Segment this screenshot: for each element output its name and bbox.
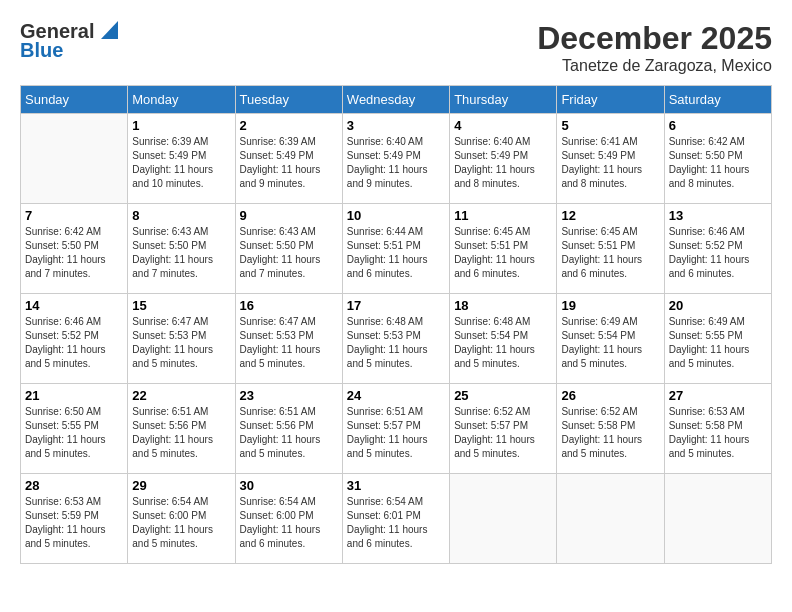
calendar-day-cell: 20Sunrise: 6:49 AM Sunset: 5:55 PM Dayli…	[664, 294, 771, 384]
calendar-day-header: Saturday	[664, 86, 771, 114]
day-info: Sunrise: 6:51 AM Sunset: 5:57 PM Dayligh…	[347, 405, 445, 461]
day-info: Sunrise: 6:39 AM Sunset: 5:49 PM Dayligh…	[132, 135, 230, 191]
calendar-week-row: 28Sunrise: 6:53 AM Sunset: 5:59 PM Dayli…	[21, 474, 772, 564]
calendar-day-cell: 11Sunrise: 6:45 AM Sunset: 5:51 PM Dayli…	[450, 204, 557, 294]
calendar-day-header: Wednesday	[342, 86, 449, 114]
day-number: 13	[669, 208, 767, 223]
calendar-day-cell: 2Sunrise: 6:39 AM Sunset: 5:49 PM Daylig…	[235, 114, 342, 204]
calendar-day-cell: 15Sunrise: 6:47 AM Sunset: 5:53 PM Dayli…	[128, 294, 235, 384]
day-number: 25	[454, 388, 552, 403]
day-number: 15	[132, 298, 230, 313]
day-number: 3	[347, 118, 445, 133]
calendar-day-cell: 14Sunrise: 6:46 AM Sunset: 5:52 PM Dayli…	[21, 294, 128, 384]
day-number: 29	[132, 478, 230, 493]
day-info: Sunrise: 6:49 AM Sunset: 5:54 PM Dayligh…	[561, 315, 659, 371]
calendar-day-cell	[21, 114, 128, 204]
month-title: December 2025	[537, 20, 772, 57]
day-number: 19	[561, 298, 659, 313]
day-info: Sunrise: 6:51 AM Sunset: 5:56 PM Dayligh…	[240, 405, 338, 461]
day-info: Sunrise: 6:44 AM Sunset: 5:51 PM Dayligh…	[347, 225, 445, 281]
calendar-week-row: 21Sunrise: 6:50 AM Sunset: 5:55 PM Dayli…	[21, 384, 772, 474]
calendar-day-cell: 26Sunrise: 6:52 AM Sunset: 5:58 PM Dayli…	[557, 384, 664, 474]
calendar-day-cell: 9Sunrise: 6:43 AM Sunset: 5:50 PM Daylig…	[235, 204, 342, 294]
logo: General Blue	[20, 20, 118, 62]
day-info: Sunrise: 6:52 AM Sunset: 5:58 PM Dayligh…	[561, 405, 659, 461]
day-info: Sunrise: 6:46 AM Sunset: 5:52 PM Dayligh…	[669, 225, 767, 281]
calendar-day-cell: 22Sunrise: 6:51 AM Sunset: 5:56 PM Dayli…	[128, 384, 235, 474]
calendar-day-cell: 30Sunrise: 6:54 AM Sunset: 6:00 PM Dayli…	[235, 474, 342, 564]
day-info: Sunrise: 6:53 AM Sunset: 5:58 PM Dayligh…	[669, 405, 767, 461]
day-info: Sunrise: 6:45 AM Sunset: 5:51 PM Dayligh…	[454, 225, 552, 281]
day-info: Sunrise: 6:40 AM Sunset: 5:49 PM Dayligh…	[454, 135, 552, 191]
logo-icon	[96, 21, 118, 43]
calendar-day-cell: 18Sunrise: 6:48 AM Sunset: 5:54 PM Dayli…	[450, 294, 557, 384]
calendar-day-cell: 25Sunrise: 6:52 AM Sunset: 5:57 PM Dayli…	[450, 384, 557, 474]
calendar-day-header: Thursday	[450, 86, 557, 114]
day-info: Sunrise: 6:39 AM Sunset: 5:49 PM Dayligh…	[240, 135, 338, 191]
day-info: Sunrise: 6:47 AM Sunset: 5:53 PM Dayligh…	[132, 315, 230, 371]
calendar-day-cell: 17Sunrise: 6:48 AM Sunset: 5:53 PM Dayli…	[342, 294, 449, 384]
calendar-day-cell: 16Sunrise: 6:47 AM Sunset: 5:53 PM Dayli…	[235, 294, 342, 384]
day-number: 24	[347, 388, 445, 403]
day-info: Sunrise: 6:45 AM Sunset: 5:51 PM Dayligh…	[561, 225, 659, 281]
day-number: 28	[25, 478, 123, 493]
day-info: Sunrise: 6:54 AM Sunset: 6:01 PM Dayligh…	[347, 495, 445, 551]
day-number: 26	[561, 388, 659, 403]
day-number: 12	[561, 208, 659, 223]
day-number: 9	[240, 208, 338, 223]
title-section: December 2025 Tanetze de Zaragoza, Mexic…	[537, 20, 772, 75]
calendar-day-cell: 21Sunrise: 6:50 AM Sunset: 5:55 PM Dayli…	[21, 384, 128, 474]
day-number: 2	[240, 118, 338, 133]
calendar-header-row: SundayMondayTuesdayWednesdayThursdayFrid…	[21, 86, 772, 114]
calendar-day-cell	[557, 474, 664, 564]
calendar-day-cell	[664, 474, 771, 564]
calendar-day-header: Friday	[557, 86, 664, 114]
day-number: 11	[454, 208, 552, 223]
calendar-day-cell: 27Sunrise: 6:53 AM Sunset: 5:58 PM Dayli…	[664, 384, 771, 474]
day-info: Sunrise: 6:46 AM Sunset: 5:52 PM Dayligh…	[25, 315, 123, 371]
calendar-table: SundayMondayTuesdayWednesdayThursdayFrid…	[20, 85, 772, 564]
calendar-day-cell: 31Sunrise: 6:54 AM Sunset: 6:01 PM Dayli…	[342, 474, 449, 564]
calendar-day-cell: 4Sunrise: 6:40 AM Sunset: 5:49 PM Daylig…	[450, 114, 557, 204]
calendar-day-cell: 29Sunrise: 6:54 AM Sunset: 6:00 PM Dayli…	[128, 474, 235, 564]
day-number: 22	[132, 388, 230, 403]
calendar-day-cell: 24Sunrise: 6:51 AM Sunset: 5:57 PM Dayli…	[342, 384, 449, 474]
day-number: 14	[25, 298, 123, 313]
day-number: 4	[454, 118, 552, 133]
calendar-week-row: 7Sunrise: 6:42 AM Sunset: 5:50 PM Daylig…	[21, 204, 772, 294]
day-info: Sunrise: 6:54 AM Sunset: 6:00 PM Dayligh…	[132, 495, 230, 551]
day-number: 8	[132, 208, 230, 223]
day-info: Sunrise: 6:43 AM Sunset: 5:50 PM Dayligh…	[240, 225, 338, 281]
logo-blue-text: Blue	[20, 39, 63, 62]
day-number: 17	[347, 298, 445, 313]
day-number: 27	[669, 388, 767, 403]
calendar-day-cell	[450, 474, 557, 564]
calendar-week-row: 1Sunrise: 6:39 AM Sunset: 5:49 PM Daylig…	[21, 114, 772, 204]
day-info: Sunrise: 6:48 AM Sunset: 5:54 PM Dayligh…	[454, 315, 552, 371]
calendar-day-header: Sunday	[21, 86, 128, 114]
day-info: Sunrise: 6:48 AM Sunset: 5:53 PM Dayligh…	[347, 315, 445, 371]
svg-marker-0	[101, 21, 118, 39]
day-number: 18	[454, 298, 552, 313]
calendar-day-cell: 23Sunrise: 6:51 AM Sunset: 5:56 PM Dayli…	[235, 384, 342, 474]
day-info: Sunrise: 6:40 AM Sunset: 5:49 PM Dayligh…	[347, 135, 445, 191]
calendar-day-header: Monday	[128, 86, 235, 114]
day-number: 20	[669, 298, 767, 313]
calendar-day-cell: 6Sunrise: 6:42 AM Sunset: 5:50 PM Daylig…	[664, 114, 771, 204]
day-info: Sunrise: 6:51 AM Sunset: 5:56 PM Dayligh…	[132, 405, 230, 461]
day-number: 1	[132, 118, 230, 133]
day-number: 21	[25, 388, 123, 403]
day-info: Sunrise: 6:52 AM Sunset: 5:57 PM Dayligh…	[454, 405, 552, 461]
calendar-day-cell: 28Sunrise: 6:53 AM Sunset: 5:59 PM Dayli…	[21, 474, 128, 564]
location-title: Tanetze de Zaragoza, Mexico	[537, 57, 772, 75]
day-number: 16	[240, 298, 338, 313]
calendar-day-cell: 3Sunrise: 6:40 AM Sunset: 5:49 PM Daylig…	[342, 114, 449, 204]
calendar-day-cell: 13Sunrise: 6:46 AM Sunset: 5:52 PM Dayli…	[664, 204, 771, 294]
calendar-day-cell: 19Sunrise: 6:49 AM Sunset: 5:54 PM Dayli…	[557, 294, 664, 384]
day-number: 5	[561, 118, 659, 133]
day-info: Sunrise: 6:49 AM Sunset: 5:55 PM Dayligh…	[669, 315, 767, 371]
day-info: Sunrise: 6:50 AM Sunset: 5:55 PM Dayligh…	[25, 405, 123, 461]
day-number: 23	[240, 388, 338, 403]
calendar-day-header: Tuesday	[235, 86, 342, 114]
calendar-day-cell: 7Sunrise: 6:42 AM Sunset: 5:50 PM Daylig…	[21, 204, 128, 294]
